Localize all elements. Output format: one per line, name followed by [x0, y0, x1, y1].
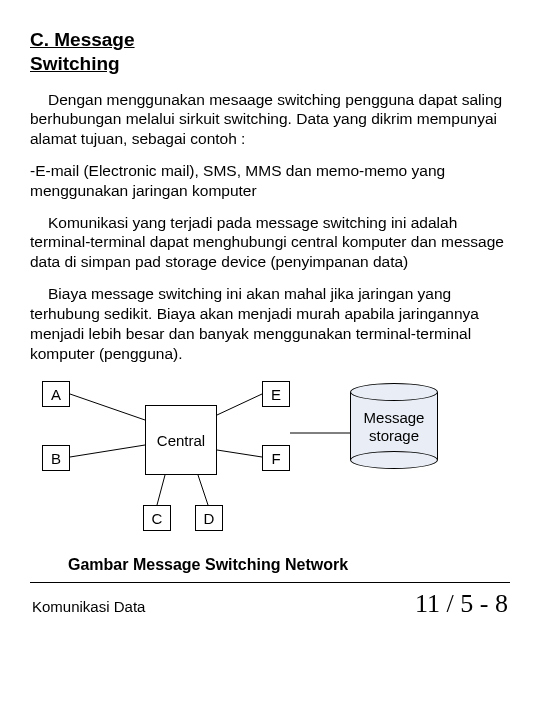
node-a-label: A — [51, 386, 61, 403]
paragraph-3: Komunikasi yang terjadi pada message swi… — [30, 213, 510, 272]
svg-line-0 — [70, 394, 145, 420]
network-diagram: A B Central C D E F Message storage — [30, 375, 510, 550]
paragraph-2: -E-mail (Electronic mail), SMS, MMS dan … — [30, 161, 510, 201]
node-d: D — [195, 505, 223, 531]
page-footer: Komunikasi Data 11 / 5 - 8 — [30, 589, 510, 619]
node-central-label: Central — [157, 432, 205, 449]
node-d-label: D — [204, 510, 215, 527]
svg-line-2 — [157, 475, 165, 505]
storage-label-line2: storage — [369, 427, 419, 444]
heading-line-2: Switching — [30, 53, 120, 74]
node-e: E — [262, 381, 290, 407]
heading-line-1: C. Message — [30, 29, 135, 50]
paragraph-1: Dengan menggunakan mesaage switching pen… — [30, 90, 510, 149]
storage-cylinder: Message storage — [350, 383, 438, 469]
cylinder-bottom — [350, 451, 438, 469]
footer-page-number: 11 / 5 - 8 — [415, 589, 508, 619]
node-c: C — [143, 505, 171, 531]
svg-line-5 — [217, 450, 262, 457]
node-f-label: F — [271, 450, 280, 467]
footer-left: Komunikasi Data — [32, 598, 145, 615]
node-c-label: C — [152, 510, 163, 527]
node-central: Central — [145, 405, 217, 475]
node-a: A — [42, 381, 70, 407]
node-f: F — [262, 445, 290, 471]
svg-line-4 — [217, 394, 262, 415]
svg-line-3 — [198, 475, 208, 505]
storage-label: Message storage — [350, 409, 438, 445]
node-e-label: E — [271, 386, 281, 403]
svg-line-1 — [70, 445, 145, 457]
node-b-label: B — [51, 450, 61, 467]
paragraph-4: Biaya message switching ini akan mahal j… — [30, 284, 510, 363]
footer-rule — [30, 582, 510, 583]
section-heading: C. Message Switching — [30, 28, 510, 76]
diagram-caption: Gambar Message Switching Network — [68, 556, 510, 574]
node-b: B — [42, 445, 70, 471]
storage-label-line1: Message — [364, 409, 425, 426]
